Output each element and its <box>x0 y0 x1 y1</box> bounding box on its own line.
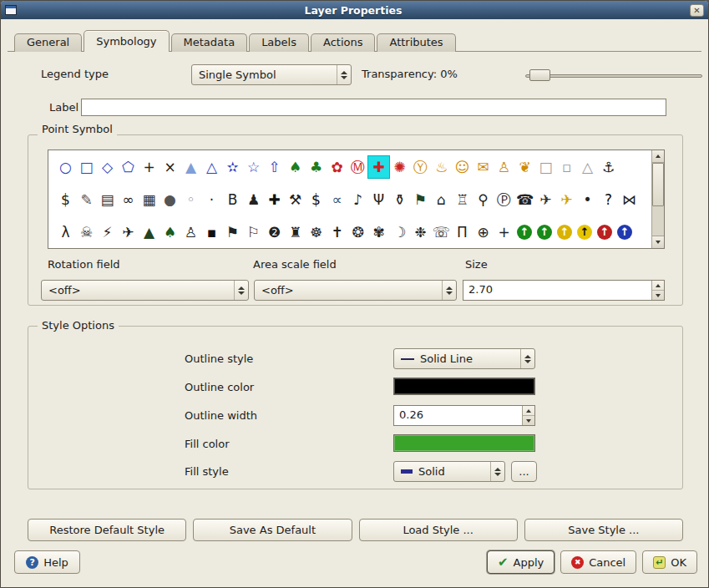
symbol-item[interactable]: ☆ <box>243 156 264 178</box>
scroll-thumb[interactable] <box>652 163 664 206</box>
symbol-item[interactable]: ⚒ <box>285 189 306 210</box>
symbol-item[interactable]: □ <box>76 156 97 178</box>
symbol-item[interactable]: ♟ <box>243 189 264 210</box>
symbol-item[interactable]: ✈ <box>556 189 577 210</box>
symbol-item[interactable]: ⚱ <box>389 189 410 210</box>
cancel-button[interactable]: ✖ Cancel <box>560 550 636 574</box>
spin-down-button[interactable] <box>523 415 534 425</box>
style-action-button[interactable]: Restore Default Style <box>28 519 186 541</box>
tab[interactable]: Metadata <box>171 33 248 52</box>
symbol-item[interactable]: ∞ <box>118 189 139 210</box>
symbol-item[interactable]: ♙ <box>180 221 201 243</box>
titlebar[interactable]: Layer Properties ✕ <box>1 1 708 19</box>
symbol-item[interactable]: ❷ <box>264 221 285 243</box>
symbol-item[interactable]: ✉ <box>473 156 494 178</box>
symbol-item[interactable]: ▫ <box>556 156 577 178</box>
symbol-item[interactable]: ✾ <box>368 221 389 243</box>
spin-down-button[interactable] <box>652 290 664 300</box>
symbol-item[interactable]: ◇ <box>97 156 118 178</box>
symbol-item[interactable]: • <box>577 189 598 210</box>
label-input[interactable] <box>81 99 666 116</box>
fill-style-select[interactable]: Solid <box>393 461 505 482</box>
symbol-item[interactable]: ♠ <box>160 221 180 243</box>
outline-color-button[interactable] <box>393 378 535 395</box>
spin-up-button[interactable] <box>523 406 534 415</box>
symbol-item[interactable]: ♣ <box>306 156 327 178</box>
tab[interactable]: Actions <box>311 33 376 52</box>
symbol-item[interactable]: ✈ <box>535 189 556 210</box>
tab[interactable]: General <box>14 33 82 52</box>
symbol-item[interactable]: ⚡ <box>97 221 118 243</box>
symbol-scrollbar[interactable] <box>651 150 664 248</box>
symbol-item[interactable]: ○ <box>55 156 76 178</box>
symbol-item[interactable]: ▲ <box>180 156 201 178</box>
transparency-slider-handle[interactable] <box>529 69 550 81</box>
symbol-item[interactable]: ▪ <box>201 221 222 243</box>
symbol-item[interactable]: ☽ <box>389 221 410 243</box>
symbol-item[interactable]: ☎ <box>514 189 535 210</box>
symbol-item[interactable]: Ⓜ <box>347 156 368 178</box>
symbol-item[interactable]: + <box>494 221 514 243</box>
symbol-item[interactable]: $ <box>55 189 76 210</box>
symbol-item[interactable]: ? <box>598 189 619 210</box>
symbol-item[interactable]: ✝ <box>327 221 347 243</box>
symbol-item[interactable]: ↑ <box>577 225 592 240</box>
area-scale-field-select[interactable]: <off> <box>254 280 457 301</box>
style-action-button[interactable]: Load Style ... <box>359 519 518 541</box>
symbol-item[interactable]: ⇧ <box>264 156 285 178</box>
help-button[interactable]: ? Help <box>14 550 80 574</box>
symbol-item[interactable]: ♖ <box>452 189 473 210</box>
scroll-down-button[interactable] <box>652 236 664 248</box>
symbol-item[interactable]: ✚ <box>368 156 389 178</box>
symbol-item[interactable]: ☸ <box>306 221 327 243</box>
spin-up-button[interactable] <box>652 281 664 290</box>
symbol-item[interactable]: ❉ <box>410 221 431 243</box>
symbol-item[interactable]: $ <box>306 189 327 210</box>
fill-style-more-button[interactable]: ... <box>511 461 537 482</box>
symbol-item[interactable]: Ⓨ <box>410 156 431 178</box>
size-spinner[interactable]: 2.70 <box>463 280 665 301</box>
symbol-item[interactable]: ⊕ <box>473 221 494 243</box>
symbol-list[interactable]: ○□◇⬠+×▲△✫☆⇧♠♣✿Ⓜ✚✺Ⓨ♨☺✉♙❦□▫△⚓ $✎▤∞▦●◦·B♟✚⚒… <box>48 150 665 249</box>
apply-button[interactable]: ✔ Apply <box>487 550 555 574</box>
symbol-item[interactable]: ♨ <box>431 156 452 178</box>
symbol-item[interactable]: ⚐ <box>243 221 264 243</box>
symbol-item[interactable]: □ <box>535 156 556 178</box>
ok-button[interactable]: ↵ OK <box>642 550 697 574</box>
outline-style-select[interactable]: Solid Line <box>393 348 535 369</box>
style-action-button[interactable]: Save Style ... <box>524 519 683 541</box>
symbol-item[interactable]: ▦ <box>139 189 160 210</box>
symbol-item[interactable]: ⚓ <box>598 156 619 178</box>
symbol-item[interactable]: Ⓟ <box>494 189 514 210</box>
rotation-field-select[interactable]: <off> <box>41 280 249 301</box>
symbol-item[interactable]: ✈ <box>118 221 139 243</box>
symbol-item[interactable]: ▤ <box>97 189 118 210</box>
symbol-item[interactable]: ❦ <box>514 156 535 178</box>
symbol-item[interactable]: ● <box>160 189 180 210</box>
tab[interactable]: Labels <box>249 33 309 52</box>
symbol-item[interactable]: ◦ <box>180 189 201 210</box>
symbol-item[interactable]: Ψ <box>368 189 389 210</box>
outline-width-spinner[interactable]: 0.26 <box>393 405 535 426</box>
symbol-item[interactable]: ❂ <box>347 221 368 243</box>
fill-color-button[interactable] <box>393 434 535 452</box>
symbol-item[interactable]: ♜ <box>285 221 306 243</box>
symbol-item[interactable]: ✿ <box>327 156 347 178</box>
symbol-item[interactable]: ↑ <box>557 225 572 240</box>
tab[interactable]: Attributes <box>377 33 455 52</box>
symbol-item[interactable]: ↑ <box>537 225 552 240</box>
tab[interactable]: Symbology <box>84 30 169 52</box>
symbol-item[interactable]: ✎ <box>76 189 97 210</box>
scroll-up-button[interactable] <box>652 150 664 163</box>
symbol-item[interactable]: ☺ <box>452 156 473 178</box>
symbol-item[interactable]: ✺ <box>389 156 410 178</box>
symbol-item[interactable]: ♙ <box>494 156 514 178</box>
symbol-item[interactable]: ♠ <box>285 156 306 178</box>
style-action-button[interactable]: Save As Default <box>193 519 352 541</box>
symbol-item[interactable]: ✚ <box>264 189 285 210</box>
symbol-item[interactable]: ↑ <box>617 225 632 240</box>
symbol-item[interactable]: △ <box>201 156 222 178</box>
symbol-item[interactable]: △ <box>577 156 598 178</box>
symbol-item[interactable]: ☏ <box>431 221 452 243</box>
symbol-item[interactable]: ▲ <box>139 221 160 243</box>
